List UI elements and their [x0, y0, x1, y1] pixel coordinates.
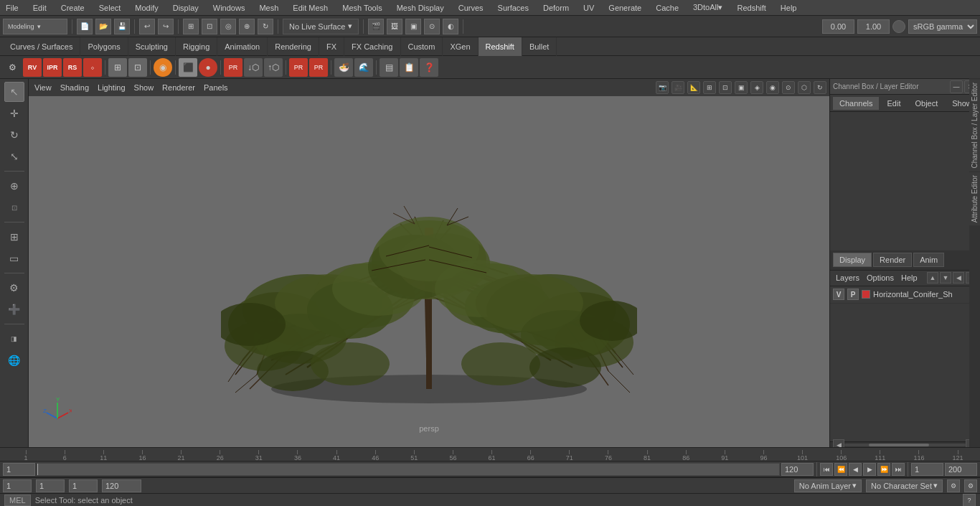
viewport[interactable]: View Shading Lighting Show Renderer Pane…	[29, 79, 829, 447]
scale-tool-btn[interactable]: ⤡	[4, 146, 24, 167]
play-fwd-btn[interactable]: ▶	[863, 463, 876, 476]
vp-menu-view[interactable]: View	[32, 82, 55, 93]
vp-btn5[interactable]: ⊡	[719, 81, 732, 94]
plus-btn[interactable]: ➕	[4, 299, 24, 319]
open-file-btn[interactable]: 📂	[95, 19, 111, 34]
anim-layer-btn[interactable]: No Anim Layer ▾	[794, 479, 862, 492]
shelf-ipr-btn[interactable]: IPR	[43, 58, 62, 77]
tab-rigging[interactable]: Rigging	[176, 37, 217, 56]
menu-deform[interactable]: Deform	[540, 2, 572, 14]
vp-btn7[interactable]: ◈	[750, 81, 763, 94]
color-mode-btn[interactable]	[892, 20, 905, 33]
snap-to-grid-btn[interactable]: ⊞	[4, 227, 24, 247]
mode-selector[interactable]: Modeling ▾	[3, 19, 67, 34]
menu-windows[interactable]: Windows	[210, 2, 248, 14]
rotate-tool-btn[interactable]: ↻	[4, 125, 24, 145]
tab-rendering[interactable]: Rendering	[268, 37, 319, 56]
menu-edit[interactable]: Edit	[30, 2, 50, 14]
gamma-select[interactable]: sRGB gamma	[908, 19, 977, 34]
layer-new2-btn[interactable]: ▼	[940, 272, 951, 284]
snap-btn3[interactable]: ◎	[220, 19, 236, 34]
dra-anim-tab[interactable]: Anim	[913, 253, 944, 267]
snap-btn5[interactable]: ↻	[258, 19, 273, 34]
menu-generate[interactable]: Generate	[606, 2, 644, 14]
layers-help[interactable]: Help	[898, 273, 920, 282]
play-back-btn[interactable]: ◀	[849, 463, 862, 476]
tab-bullet[interactable]: Bullet	[522, 37, 557, 56]
menu-redshift[interactable]: Redshift	[734, 2, 768, 14]
tab-sculpting[interactable]: Sculpting	[128, 37, 176, 56]
tab-redshift[interactable]: Redshift	[479, 37, 522, 56]
bottom-field3[interactable]	[69, 479, 98, 492]
shelf-icon2[interactable]: ⊞	[108, 58, 127, 77]
shelf-icon15[interactable]: 📋	[400, 58, 418, 77]
shelf-icon9[interactable]: ↑⬡	[264, 58, 283, 77]
vertical-tab-attribute-editor[interactable]: Attribute Editor	[969, 172, 980, 225]
menu-create[interactable]: Create	[58, 2, 88, 14]
layer-v-btn[interactable]: V	[833, 289, 844, 300]
shelf-icon7[interactable]: PR	[224, 58, 242, 77]
help-btn[interactable]: ?	[963, 494, 976, 507]
shelf-icon14[interactable]: ▤	[380, 58, 398, 77]
tab-curves-surfaces[interactable]: Curves / Surfaces	[3, 37, 80, 56]
vp-menu-show[interactable]: Show	[131, 82, 157, 93]
timeline[interactable]: 1611162126313641465156616671768186919610…	[0, 447, 980, 462]
vp-btn8[interactable]: ◉	[766, 81, 779, 94]
bottom-field1[interactable]	[3, 479, 32, 492]
scroll-track[interactable]	[844, 444, 966, 446]
shelf-rv-btn[interactable]: RV	[23, 58, 42, 77]
snap-btn2[interactable]: ⊡	[202, 19, 217, 34]
select-tool-btn[interactable]: ↖	[4, 82, 24, 102]
step-back-btn[interactable]: ⏪	[834, 463, 847, 476]
script-mode-btn[interactable]: MEL	[4, 495, 31, 506]
layers-options[interactable]: Options	[864, 273, 897, 282]
render-btn3[interactable]: ▣	[405, 19, 421, 34]
shelf-icon6[interactable]: ●	[199, 58, 217, 77]
soft-sel-btn[interactable]: ⊡	[4, 197, 24, 217]
layer-scrollbar[interactable]: ◀ ▶	[830, 441, 980, 447]
range-end-input[interactable]	[945, 463, 977, 476]
gamma-input[interactable]	[857, 19, 890, 34]
shelf-icon4[interactable]: ◉	[154, 58, 172, 77]
vp-btn9[interactable]: ⊙	[782, 81, 795, 94]
menu-select[interactable]: Select	[96, 2, 124, 14]
char-set-btn[interactable]: No Character Set ▾	[866, 479, 943, 492]
marquee-btn[interactable]: ▭	[4, 248, 24, 268]
shelf-icon13[interactable]: 🌊	[354, 58, 373, 77]
exposure-input[interactable]	[822, 19, 854, 34]
mode-dropdown-icon[interactable]: ▾	[37, 23, 41, 30]
menu-display[interactable]: Display	[170, 2, 202, 14]
vp-btn10[interactable]: ⬡	[798, 81, 811, 94]
current-frame-input[interactable]	[3, 463, 35, 476]
menu-help[interactable]: Help	[778, 2, 800, 14]
shelf-rs-btn[interactable]: RS	[63, 58, 82, 77]
go-start-btn[interactable]: ⏮	[820, 463, 833, 476]
vp-cam-btn[interactable]: 📷	[656, 81, 669, 94]
vp-btn4[interactable]: ⊞	[703, 81, 716, 94]
tab-xgen[interactable]: XGen	[443, 37, 478, 56]
menu-modify[interactable]: Modify	[132, 2, 161, 14]
vp-btn2[interactable]: 🎥	[672, 81, 684, 94]
layers-menu[interactable]: Layers	[833, 273, 862, 282]
tab-custom[interactable]: Custom	[401, 37, 443, 56]
layer-del-btn[interactable]: ◀	[953, 272, 964, 284]
shelf-icon16[interactable]: ❓	[420, 58, 438, 77]
menu-file[interactable]: File	[3, 2, 22, 14]
bottom-field2[interactable]	[36, 479, 65, 492]
render-btn2[interactable]: 🖼	[387, 19, 402, 34]
soft-mod-tool-btn[interactable]: ⊕	[4, 176, 24, 196]
move-tool-btn[interactable]: ✛	[4, 103, 24, 123]
vp-menu-shading[interactable]: Shading	[57, 82, 92, 93]
snap-btn1[interactable]: ⊞	[183, 19, 199, 34]
save-file-btn[interactable]: 💾	[114, 19, 130, 34]
settings-btn[interactable]: ⚙	[4, 278, 24, 298]
max-frame-input[interactable]	[781, 463, 814, 476]
vp-menu-panels[interactable]: Panels	[201, 82, 231, 93]
redo-btn[interactable]: ↪	[158, 19, 174, 34]
scene-btn[interactable]: 🌐	[4, 350, 24, 370]
vp-btn6[interactable]: ▣	[735, 81, 748, 94]
render-btn4[interactable]: ⊙	[424, 19, 440, 34]
render-btn5[interactable]: ◐	[443, 19, 458, 34]
layer-p-btn[interactable]: P	[847, 289, 859, 300]
anim-settings-btn[interactable]: ⚙	[964, 479, 977, 492]
